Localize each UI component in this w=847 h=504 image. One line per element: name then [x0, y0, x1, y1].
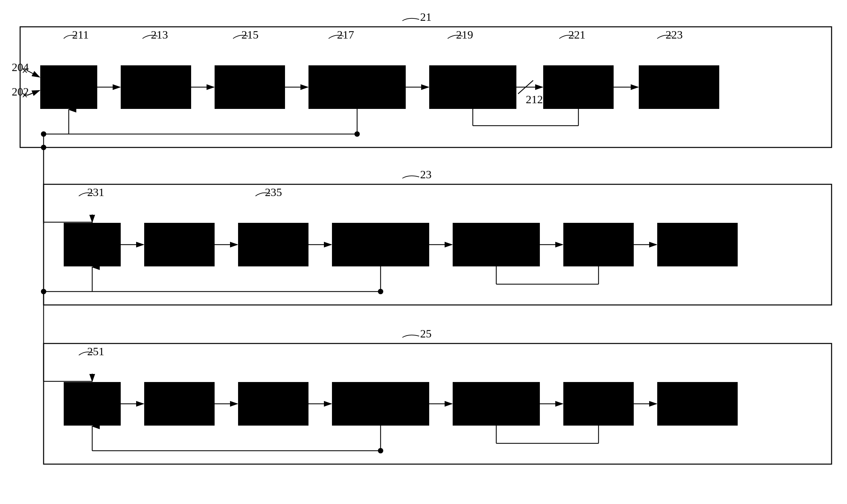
block-display-223: Display unit	[639, 65, 719, 109]
ref-212: 212	[526, 93, 543, 106]
block-usb-231: USB	[64, 223, 121, 266]
block-rec-unit-219: Recording unit	[429, 65, 516, 109]
ref-221: 221	[568, 29, 585, 41]
block-det-unit-237: Determination unit	[332, 223, 429, 266]
svg-line-36	[28, 71, 39, 77]
svg-text:Detector: Detector	[251, 396, 295, 410]
svg-text:unit: unit	[687, 405, 707, 419]
ref-235: 235	[265, 186, 282, 198]
svg-text:Detector: Detector	[228, 79, 272, 93]
svg-text:unit: unit	[371, 405, 391, 419]
svg-text:Determination: Determination	[320, 75, 394, 89]
svg-text:Memory: Memory	[557, 79, 601, 93]
block-det-unit-217: Determination unit	[308, 65, 406, 109]
svg-text:unit: unit	[463, 88, 483, 102]
svg-text:USB: USB	[56, 79, 81, 93]
svg-text:unit: unit	[669, 88, 689, 102]
block-memory-261: Memory	[563, 382, 634, 426]
svg-text:Recording: Recording	[470, 391, 523, 406]
ref-251: 251	[87, 345, 104, 358]
svg-text:Display: Display	[659, 75, 699, 89]
block-detector-235: Detector	[238, 223, 308, 266]
block-receiver-213: Receiver	[121, 65, 191, 109]
label-204: 204	[12, 61, 29, 73]
svg-text:Receiver: Receiver	[157, 396, 202, 410]
svg-text:Display: Display	[678, 232, 717, 246]
svg-text:Determination: Determination	[344, 232, 417, 246]
block-display-263: Display unit	[657, 382, 738, 426]
svg-text:Recording: Recording	[470, 232, 523, 246]
ref-219: 219	[456, 29, 473, 41]
row1-label: 21	[420, 11, 431, 23]
svg-text:Receiver: Receiver	[157, 237, 202, 251]
svg-text:unit: unit	[347, 88, 367, 102]
block-rec-unit-259: Recording unit	[453, 382, 540, 426]
svg-text:Determination: Determination	[344, 391, 417, 406]
block-usb-211: USB	[40, 65, 97, 109]
block-usb-251: USB	[64, 382, 121, 426]
svg-text:unit: unit	[486, 246, 506, 260]
ref-211: 211	[72, 29, 89, 41]
block-memory-241: Memory	[563, 223, 634, 266]
svg-text:Receiver: Receiver	[133, 79, 178, 93]
svg-text:unit: unit	[687, 246, 707, 260]
svg-text:Detector: Detector	[251, 237, 295, 251]
svg-text:unit: unit	[371, 246, 391, 260]
row3-label: 25	[420, 327, 431, 340]
block-det-unit-257: Determination unit	[332, 382, 429, 426]
block-receiver-253: Receiver	[144, 382, 215, 426]
svg-text:Memory: Memory	[577, 396, 621, 410]
ref-231: 231	[87, 186, 104, 198]
ref-223: 223	[666, 29, 683, 41]
diagram-container: 21 USB 211 Receiver 213 Detector 215 Det…	[0, 0, 847, 504]
svg-text:unit: unit	[486, 405, 506, 419]
block-detector-255: Detector	[238, 382, 308, 426]
block-display-243: Display unit	[657, 223, 738, 266]
svg-text:USB: USB	[80, 396, 105, 410]
label-202: 202	[12, 86, 29, 98]
svg-line-39	[28, 90, 39, 95]
block-receiver-233: Receiver	[144, 223, 215, 266]
block-rec-unit-239: Recording unit	[453, 223, 540, 266]
block-memory-221: Memory	[543, 65, 614, 109]
row2-label: 23	[420, 168, 431, 181]
svg-text:Recording: Recording	[446, 75, 499, 89]
ref-217: 217	[337, 29, 354, 41]
block-detector-215: Detector	[215, 65, 285, 109]
svg-text:Memory: Memory	[577, 237, 621, 251]
ref-213: 213	[151, 29, 168, 41]
svg-text:Display: Display	[678, 391, 717, 406]
svg-text:USB: USB	[80, 237, 105, 251]
ref-215: 215	[242, 29, 259, 41]
